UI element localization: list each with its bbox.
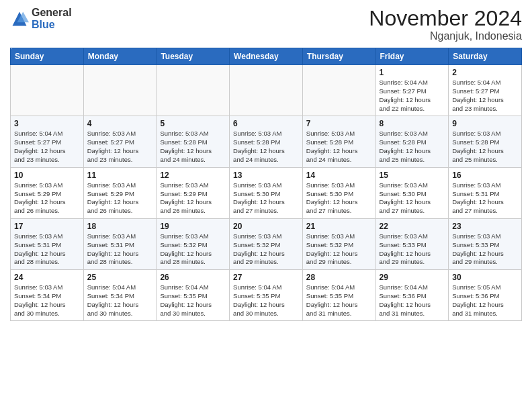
day-number: 22 (380, 222, 445, 231)
page: General Blue November 2024 Nganjuk, Indo… (0, 0, 532, 411)
day-number: 24 (14, 273, 80, 282)
day-info: Sunrise: 5:03 AM Sunset: 5:30 PM Dayligh… (233, 181, 299, 216)
day-number: 21 (306, 222, 372, 231)
table-row: 16Sunrise: 5:03 AM Sunset: 5:31 PM Dayli… (449, 167, 522, 218)
table-row: 10Sunrise: 5:03 AM Sunset: 5:29 PM Dayli… (11, 167, 84, 218)
table-row: 25Sunrise: 5:04 AM Sunset: 5:34 PM Dayli… (83, 270, 157, 321)
col-sunday: Sunday (11, 48, 84, 65)
day-info: Sunrise: 5:04 AM Sunset: 5:35 PM Dayligh… (233, 283, 299, 318)
table-row: 5Sunrise: 5:03 AM Sunset: 5:28 PM Daylig… (157, 116, 230, 167)
table-row: 28Sunrise: 5:04 AM Sunset: 5:35 PM Dayli… (302, 270, 375, 321)
day-info: Sunrise: 5:03 AM Sunset: 5:29 PM Dayligh… (14, 181, 80, 216)
day-number: 18 (87, 222, 153, 231)
table-row: 23Sunrise: 5:03 AM Sunset: 5:33 PM Dayli… (449, 218, 522, 269)
day-number: 10 (14, 171, 80, 180)
table-row: 22Sunrise: 5:03 AM Sunset: 5:33 PM Dayli… (375, 218, 449, 269)
day-info: Sunrise: 5:03 AM Sunset: 5:32 PM Dayligh… (233, 232, 299, 267)
calendar-week-1: 1Sunrise: 5:04 AM Sunset: 5:27 PM Daylig… (11, 65, 522, 116)
col-tuesday: Tuesday (157, 48, 230, 65)
table-row: 27Sunrise: 5:04 AM Sunset: 5:35 PM Dayli… (230, 270, 303, 321)
header: General Blue November 2024 Nganjuk, Indo… (10, 7, 522, 42)
day-info: Sunrise: 5:04 AM Sunset: 5:27 PM Dayligh… (14, 130, 80, 164)
day-number: 6 (233, 119, 299, 128)
day-info: Sunrise: 5:04 AM Sunset: 5:35 PM Dayligh… (160, 283, 226, 318)
table-row: 15Sunrise: 5:03 AM Sunset: 5:30 PM Dayli… (375, 167, 449, 218)
table-row: 29Sunrise: 5:04 AM Sunset: 5:36 PM Dayli… (375, 270, 449, 321)
day-number: 20 (233, 222, 299, 231)
day-info: Sunrise: 5:03 AM Sunset: 5:33 PM Dayligh… (380, 232, 445, 267)
col-wednesday: Wednesday (230, 48, 303, 65)
day-info: Sunrise: 5:03 AM Sunset: 5:28 PM Dayligh… (160, 130, 226, 164)
day-number: 29 (380, 273, 445, 282)
day-info: Sunrise: 5:03 AM Sunset: 5:27 PM Dayligh… (87, 130, 153, 164)
day-info: Sunrise: 5:03 AM Sunset: 5:28 PM Dayligh… (452, 130, 518, 164)
col-saturday: Saturday (449, 48, 522, 65)
day-number: 5 (160, 119, 226, 128)
calendar-week-3: 10Sunrise: 5:03 AM Sunset: 5:29 PM Dayli… (11, 167, 522, 218)
table-row: 12Sunrise: 5:03 AM Sunset: 5:29 PM Dayli… (157, 167, 230, 218)
day-number: 23 (452, 222, 518, 231)
title-block: November 2024 Nganjuk, Indonesia (369, 7, 522, 42)
table-row: 30Sunrise: 5:05 AM Sunset: 5:36 PM Dayli… (449, 270, 522, 321)
day-number: 7 (306, 119, 372, 128)
col-friday: Friday (375, 48, 449, 65)
day-number: 17 (14, 222, 80, 231)
day-number: 9 (452, 119, 518, 128)
logo: General Blue (10, 7, 72, 30)
table-row: 17Sunrise: 5:03 AM Sunset: 5:31 PM Dayli… (11, 218, 84, 269)
calendar-header-row: Sunday Monday Tuesday Wednesday Thursday… (11, 48, 522, 65)
day-number: 2 (452, 68, 518, 77)
day-number: 3 (14, 119, 80, 128)
day-info: Sunrise: 5:05 AM Sunset: 5:36 PM Dayligh… (452, 283, 518, 318)
calendar-week-2: 3Sunrise: 5:04 AM Sunset: 5:27 PM Daylig… (11, 116, 522, 167)
table-row: 7Sunrise: 5:03 AM Sunset: 5:28 PM Daylig… (302, 116, 375, 167)
table-row (11, 65, 84, 116)
table-row: 14Sunrise: 5:03 AM Sunset: 5:30 PM Dayli… (302, 167, 375, 218)
logo-icon (10, 9, 29, 28)
table-row (302, 65, 375, 116)
table-row: 8Sunrise: 5:03 AM Sunset: 5:28 PM Daylig… (375, 116, 449, 167)
day-info: Sunrise: 5:04 AM Sunset: 5:36 PM Dayligh… (380, 283, 445, 318)
day-number: 26 (160, 273, 226, 282)
table-row (230, 65, 303, 116)
day-info: Sunrise: 5:04 AM Sunset: 5:27 PM Dayligh… (452, 79, 518, 113)
table-row: 13Sunrise: 5:03 AM Sunset: 5:30 PM Dayli… (230, 167, 303, 218)
day-number: 8 (380, 119, 445, 128)
day-info: Sunrise: 5:04 AM Sunset: 5:27 PM Dayligh… (380, 79, 445, 113)
table-row: 11Sunrise: 5:03 AM Sunset: 5:29 PM Dayli… (83, 167, 157, 218)
day-info: Sunrise: 5:03 AM Sunset: 5:30 PM Dayligh… (306, 181, 372, 216)
table-row: 24Sunrise: 5:03 AM Sunset: 5:34 PM Dayli… (11, 270, 84, 321)
col-monday: Monday (83, 48, 157, 65)
table-row: 3Sunrise: 5:04 AM Sunset: 5:27 PM Daylig… (11, 116, 84, 167)
table-row: 20Sunrise: 5:03 AM Sunset: 5:32 PM Dayli… (230, 218, 303, 269)
day-info: Sunrise: 5:03 AM Sunset: 5:31 PM Dayligh… (452, 181, 518, 216)
day-info: Sunrise: 5:03 AM Sunset: 5:29 PM Dayligh… (160, 181, 226, 216)
table-row: 1Sunrise: 5:04 AM Sunset: 5:27 PM Daylig… (375, 65, 449, 116)
table-row: 6Sunrise: 5:03 AM Sunset: 5:28 PM Daylig… (230, 116, 303, 167)
day-number: 25 (87, 273, 153, 282)
day-info: Sunrise: 5:03 AM Sunset: 5:34 PM Dayligh… (14, 283, 80, 318)
table-row: 26Sunrise: 5:04 AM Sunset: 5:35 PM Dayli… (157, 270, 230, 321)
day-number: 19 (160, 222, 226, 231)
calendar-week-4: 17Sunrise: 5:03 AM Sunset: 5:31 PM Dayli… (11, 218, 522, 269)
day-info: Sunrise: 5:03 AM Sunset: 5:31 PM Dayligh… (14, 232, 80, 267)
table-row: 2Sunrise: 5:04 AM Sunset: 5:27 PM Daylig… (449, 65, 522, 116)
location: Nganjuk, Indonesia (369, 30, 522, 42)
day-info: Sunrise: 5:04 AM Sunset: 5:35 PM Dayligh… (306, 283, 372, 318)
col-thursday: Thursday (302, 48, 375, 65)
day-info: Sunrise: 5:03 AM Sunset: 5:32 PM Dayligh… (160, 232, 226, 267)
day-number: 1 (380, 68, 445, 77)
calendar-week-5: 24Sunrise: 5:03 AM Sunset: 5:34 PM Dayli… (11, 270, 522, 321)
day-number: 14 (306, 171, 372, 180)
table-row: 9Sunrise: 5:03 AM Sunset: 5:28 PM Daylig… (449, 116, 522, 167)
day-info: Sunrise: 5:04 AM Sunset: 5:34 PM Dayligh… (87, 283, 153, 318)
month-title: November 2024 (369, 7, 522, 30)
day-number: 4 (87, 119, 153, 128)
logo-general: General (32, 7, 72, 18)
table-row: 21Sunrise: 5:03 AM Sunset: 5:32 PM Dayli… (302, 218, 375, 269)
day-info: Sunrise: 5:03 AM Sunset: 5:31 PM Dayligh… (87, 232, 153, 267)
day-info: Sunrise: 5:03 AM Sunset: 5:32 PM Dayligh… (306, 232, 372, 267)
table-row: 18Sunrise: 5:03 AM Sunset: 5:31 PM Dayli… (83, 218, 157, 269)
day-number: 30 (452, 273, 518, 282)
day-number: 12 (160, 171, 226, 180)
